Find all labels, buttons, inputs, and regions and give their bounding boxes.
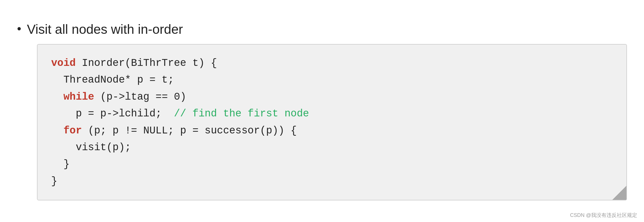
- code-line-8: }: [51, 175, 57, 187]
- code-line-2: ThreadNode* p = t;: [51, 74, 174, 86]
- code-block: void Inorder(BiThrTree t) { ThreadNode* …: [37, 44, 627, 200]
- code-line-1: void Inorder(BiThrTree t) {: [51, 57, 217, 69]
- code-line-6: visit(p);: [51, 142, 131, 153]
- code-line-7: }: [51, 158, 70, 170]
- footer-text: CSDN @我没有违反社区规定: [570, 212, 637, 219]
- bullet-dot: •: [17, 22, 21, 36]
- keyword-void: void: [51, 57, 76, 69]
- comment-find-first: // find the first node: [174, 108, 309, 120]
- code-line-5: for (p; p != NULL; p = successor(p)) {: [51, 125, 297, 137]
- keyword-while: while: [63, 91, 94, 103]
- code-line-3: while (p->ltag == 0): [51, 91, 186, 103]
- bullet-label: Visit all nodes with in-order: [27, 22, 183, 37]
- keyword-for: for: [63, 125, 82, 137]
- code-line-4: p = p->lchild; // find the first node: [51, 108, 309, 120]
- bullet-item: • Visit all nodes with in-order: [17, 22, 627, 37]
- code-pre: void Inorder(BiThrTree t) { ThreadNode* …: [51, 55, 613, 190]
